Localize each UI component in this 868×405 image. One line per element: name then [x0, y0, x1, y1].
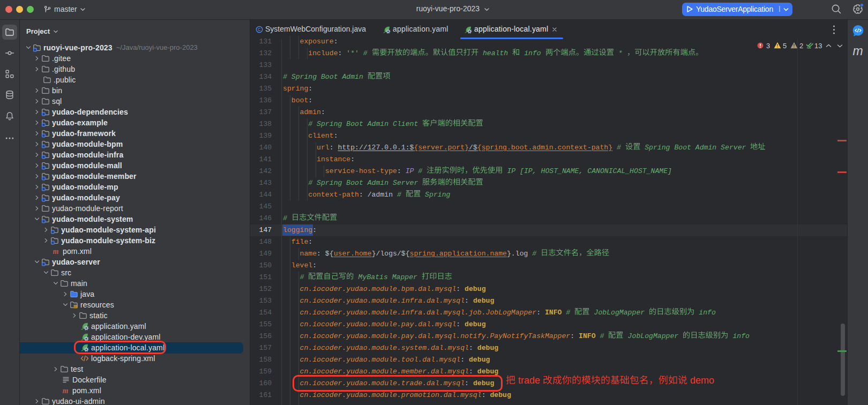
svg-text:C: C	[258, 27, 261, 33]
svg-text:m: m	[63, 387, 69, 395]
svg-text:m: m	[53, 248, 59, 256]
